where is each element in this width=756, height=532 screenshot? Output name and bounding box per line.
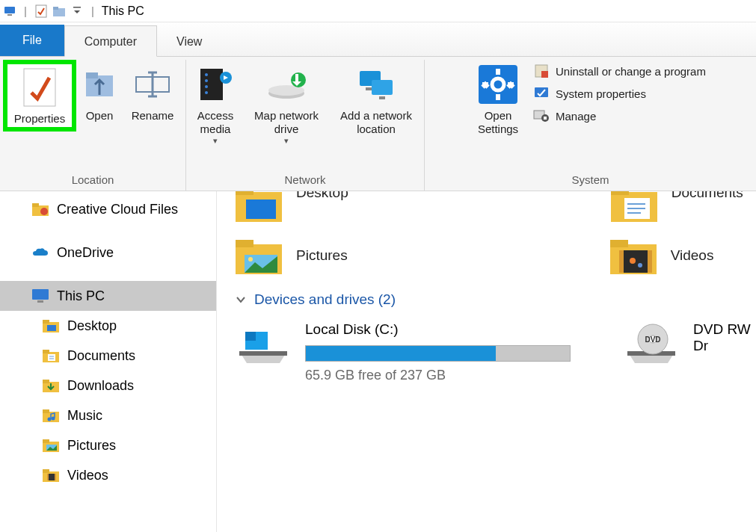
disk-free-text: 65.9 GB free of 237 GB xyxy=(305,368,571,383)
sidebar-item-downloads[interactable]: Downloads xyxy=(0,371,216,400)
folder-label: Documents xyxy=(672,191,743,201)
sidebar-item-desktop[interactable]: Desktop xyxy=(0,311,216,341)
drive-dvd[interactable]: DVD DVD RW Dr xyxy=(623,321,756,383)
devices-section-header[interactable]: Devices and drives (2) xyxy=(235,291,756,308)
system-properties-button[interactable]: System properties xyxy=(533,85,706,102)
drive-local-disk[interactable]: Local Disk (C:) 65.9 GB free of 237 GB xyxy=(235,321,571,383)
navigation-pane: Creative Cloud Files OneDrive This PC De… xyxy=(0,191,217,532)
folder-qat-icon[interactable] xyxy=(52,4,66,18)
svg-rect-1 xyxy=(7,14,12,16)
tab-file[interactable]: File xyxy=(0,25,64,56)
svg-point-89 xyxy=(638,263,642,267)
folder-icon xyxy=(42,317,60,335)
dvd-label: DVD RW Dr xyxy=(693,321,756,354)
properties-qat-icon[interactable] xyxy=(34,4,48,18)
tree-label: Pictures xyxy=(67,438,116,454)
rename-button[interactable]: Rename xyxy=(123,60,182,126)
folder-item-documents[interactable]: Documents xyxy=(610,191,743,223)
svg-point-15 xyxy=(205,79,208,82)
tree-label: This PC xyxy=(57,288,105,304)
sidebar-item-videos[interactable]: Videos xyxy=(0,460,216,490)
sidebar-item-creative-cloud[interactable]: Creative Cloud Files xyxy=(0,194,216,224)
svg-point-16 xyxy=(205,85,208,88)
rename-icon xyxy=(133,63,172,106)
svg-rect-38 xyxy=(541,71,548,78)
access-media-button[interactable]: Access media ▾ xyxy=(189,60,242,149)
map-drive-label: Map network drive xyxy=(243,109,330,136)
disk-usage-fill xyxy=(306,346,496,361)
tree-label: Creative Cloud Files xyxy=(57,202,178,217)
sidebar-item-pictures[interactable]: Pictures xyxy=(0,430,216,460)
titlebar: | | This PC xyxy=(0,0,756,22)
sidebar-item-onedrive[interactable]: OneDrive xyxy=(0,238,216,267)
svg-rect-13 xyxy=(200,69,223,100)
svg-rect-69 xyxy=(55,474,56,480)
svg-rect-52 xyxy=(43,350,49,353)
uninstall-icon xyxy=(533,63,550,79)
folder-label: Pictures xyxy=(296,247,348,264)
manage-button[interactable]: Manage xyxy=(533,108,706,124)
folder-item-pictures[interactable]: Pictures xyxy=(235,236,348,275)
open-button[interactable]: Open xyxy=(76,60,123,126)
svg-point-17 xyxy=(205,91,208,94)
properties-icon xyxy=(22,66,57,109)
map-network-drive-button[interactable]: Map network drive ▾ xyxy=(242,60,331,149)
separator: | xyxy=(91,4,94,17)
svg-rect-72 xyxy=(246,200,276,219)
group-label-system: System xyxy=(571,170,609,191)
open-settings-label: Open Settings xyxy=(470,109,526,136)
folder-icon xyxy=(42,436,60,454)
folder-icon xyxy=(609,236,657,275)
dropdown-icon: ▾ xyxy=(284,136,289,146)
sidebar-item-music[interactable]: Music xyxy=(0,400,216,430)
svg-rect-84 xyxy=(610,240,628,247)
computer-icon xyxy=(3,4,16,18)
sidebar-item-this-pc[interactable]: This PC xyxy=(0,281,216,311)
add-network-location-button[interactable]: Add a network location xyxy=(331,60,421,139)
svg-rect-47 xyxy=(37,300,43,303)
ribbon-group-location: Properties Open Rename Location xyxy=(0,60,186,191)
uninstall-program-button[interactable]: Uninstall or change a program xyxy=(533,63,706,79)
folder-label: Videos xyxy=(671,247,714,264)
folder-label: Desktop xyxy=(296,191,348,201)
access-media-label: Access media xyxy=(191,109,240,136)
chevron-down-icon xyxy=(235,294,247,306)
manage-icon xyxy=(533,108,550,124)
tab-view[interactable]: View xyxy=(157,26,221,56)
dvd-icon: DVD xyxy=(623,321,680,371)
folder-icon xyxy=(610,191,658,223)
add-network-label: Add a network location xyxy=(333,109,420,136)
svg-rect-63 xyxy=(43,439,49,443)
folder-icon xyxy=(42,406,60,424)
folder-item-desktop[interactable]: Desktop xyxy=(235,191,348,223)
system-links: Uninstall or change a program System pro… xyxy=(527,60,712,127)
folder-item-videos[interactable]: Videos xyxy=(609,236,714,275)
separator: | xyxy=(24,4,27,17)
open-folder-icon xyxy=(83,63,116,106)
sidebar-item-documents[interactable]: Documents xyxy=(0,341,216,371)
window-title: This PC xyxy=(102,4,144,18)
svg-rect-8 xyxy=(86,72,98,78)
svg-point-88 xyxy=(630,258,636,264)
open-settings-button[interactable]: Open Settings xyxy=(469,60,527,139)
svg-rect-0 xyxy=(4,7,15,13)
tab-computer[interactable]: Computer xyxy=(64,25,157,57)
svg-rect-49 xyxy=(43,320,49,324)
svg-rect-68 xyxy=(47,474,49,480)
group-label-location: Location xyxy=(72,170,114,191)
ribbon-group-system: Open Settings Uninstall or change a prog… xyxy=(425,60,756,191)
svg-rect-91 xyxy=(245,332,256,341)
ribbon-group-network: Access media ▾ Map network drive ▾ Add a… xyxy=(186,60,425,191)
content-area: Creative Cloud Files OneDrive This PC De… xyxy=(0,191,756,532)
properties-button[interactable]: Properties xyxy=(3,60,76,132)
onedrive-icon xyxy=(31,244,49,262)
svg-rect-57 xyxy=(43,380,49,383)
devices-header-label: Devices and drives (2) xyxy=(254,291,396,308)
tree-label: Documents xyxy=(67,348,135,364)
svg-rect-50 xyxy=(47,325,56,331)
qat-dropdown-icon[interactable] xyxy=(70,4,84,18)
svg-rect-44 xyxy=(32,203,39,207)
map-drive-icon xyxy=(265,63,307,106)
folder-icon xyxy=(235,236,283,275)
manage-label: Manage xyxy=(556,110,596,123)
